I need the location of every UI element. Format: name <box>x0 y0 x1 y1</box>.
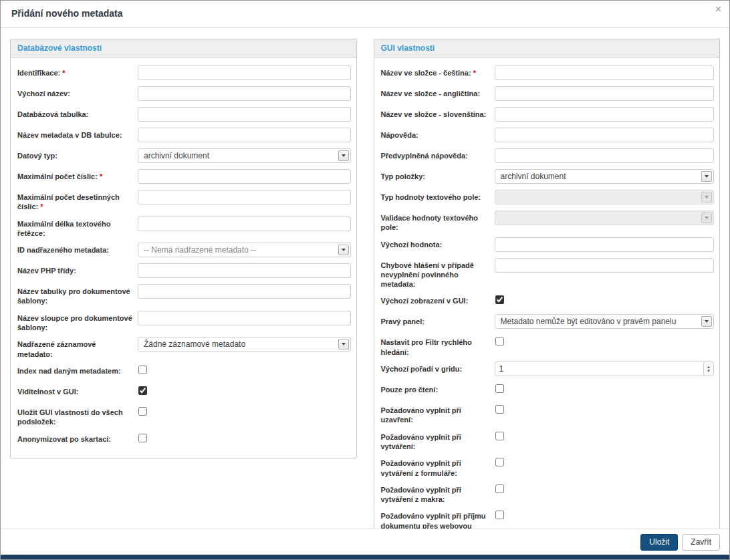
modal-title: Přidání nového metadata <box>11 8 719 19</box>
field-control <box>495 382 715 398</box>
field-label-text: Pravý panel: <box>381 317 424 325</box>
field-label-text: Výchozí název: <box>17 90 70 98</box>
spinner-down-icon[interactable]: ▾ <box>707 369 710 373</box>
nazev-ve-slozce-cestina-input[interactable] <box>495 65 715 80</box>
vychozi-hodnota-input[interactable] <box>495 237 715 252</box>
field-row-maximalni-delka-textoveho-retezce: Maximální délka textového řetězce: <box>16 217 351 239</box>
maximalni-delka-textoveho-retezce-input[interactable] <box>138 217 351 231</box>
nazev-ve-slozce-cestina-label: Název ve složce - čeština: * <box>380 65 495 82</box>
id-nadrazeneho-metadata-select[interactable]: -- Nemá nadřazené metadato -- <box>138 243 351 257</box>
chevron-down-icon <box>338 339 349 349</box>
nadrazene-zaznamove-metadato-label: Nadřazené záznamové metadato: <box>16 337 138 359</box>
pouze-pro-cteni-checkbox[interactable] <box>495 384 504 393</box>
field-row-ulozit-gui-vlastnosti-do-vsech-podslozek: Uložit GUI vlastnosti do všech podsložek… <box>16 405 351 427</box>
pravy-panel-label: Pravý panel: <box>380 314 495 330</box>
field-label-text: Nápověda: <box>381 131 418 139</box>
field-row-nazev-metadata-v-db-tabulce: Název metadata v DB tabulce: <box>16 128 351 144</box>
field-control <box>495 107 715 123</box>
vychozi-nazev-input[interactable] <box>138 86 351 101</box>
field-control <box>495 237 715 253</box>
field-label-text: Databázová tabulka: <box>17 110 88 118</box>
identifikace-input[interactable] <box>138 65 351 80</box>
vychozi-poradi-v-gridu-input[interactable] <box>495 362 715 376</box>
vychozi-poradi-v-gridu-stepper: ▴▾ <box>495 362 715 376</box>
field-control <box>138 384 351 400</box>
maximalni-pocet-cislic-label: Maximální počet číslic: * <box>16 169 138 185</box>
field-control <box>495 65 715 82</box>
select-value: archivní dokument <box>495 172 702 181</box>
vychozi-hodnota-label: Výchozí hodnota: <box>380 237 495 253</box>
nazev-php-tridy-input[interactable] <box>138 263 351 278</box>
field-label-text: Validace hodnoty textového pole: <box>381 214 478 231</box>
field-control: -- Nemá nadřazené metadato -- <box>138 243 351 259</box>
viditelnost-v-gui-checkbox[interactable] <box>138 386 147 395</box>
typ-polozky-label: Typ položky: <box>380 169 495 185</box>
select-value: archivní dokument <box>138 151 338 160</box>
field-row-chybove-hlaseni: Chybové hlášení v případě nevyplnění pov… <box>380 258 715 289</box>
anonymizovat-po-skartaci-checkbox[interactable] <box>138 434 147 442</box>
index-nad-danym-metadatem-checkbox[interactable] <box>138 366 147 374</box>
field-row-nazev-sloupce-pro-dokumentove-sablony: Název sloupce pro dokumentové šablony: <box>16 311 351 333</box>
field-label-text: Název sloupce pro dokumentové šablony: <box>17 314 132 331</box>
caret-shape <box>342 154 346 157</box>
pozadovano-vyplnit-pri-vytvareni-z-formulare-checkbox[interactable] <box>495 458 504 466</box>
field-row-identifikace: Identifikace: * <box>16 65 351 82</box>
caret-shape <box>705 320 709 323</box>
modal-footer: Uložit Zavřít <box>1 529 729 555</box>
databazova-tabulka-input[interactable] <box>138 107 351 122</box>
field-row-vychozi-hodnota: Výchozí hodnota: <box>380 237 715 253</box>
field-row-nastavit-pro-filtr-rychleho-hledani: Nastavit pro Filtr rychlého hledání: <box>380 335 715 357</box>
maximalni-pocet-cislic-input[interactable] <box>138 169 351 184</box>
modal-dialog: Přidání nového metadata × Databázové vla… <box>0 0 730 560</box>
close-button[interactable]: Zavřít <box>682 534 720 551</box>
maximalni-pocet-desetinnych-cislic-label: Maximální počet desetinných číslic: * <box>16 190 138 212</box>
field-row-vychozi-nazev: Výchozí název: <box>16 86 351 102</box>
required-asterisk: * <box>62 69 65 77</box>
field-label-text: Název ve složce - čeština: <box>381 69 471 77</box>
field-label-text: Anonymizovat po skartaci: <box>17 435 111 443</box>
field-row-nadrazene-zaznamove-metadato: Nadřazené záznamové metadato:Žádné zázna… <box>16 337 351 359</box>
field-label-text: Požadováno vyplnit při uzavření: <box>381 406 461 424</box>
ulozit-gui-vlastnosti-do-vsech-podslozek-checkbox[interactable] <box>138 407 147 416</box>
predvyplnena-napoveda-input[interactable] <box>495 148 715 163</box>
maximalni-delka-textoveho-retezce-label: Maximální délka textového řetězce: <box>16 217 138 239</box>
nastavit-pro-filtr-rychleho-hledani-label: Nastavit pro Filtr rychlého hledání: <box>380 335 495 357</box>
close-icon[interactable]: × <box>715 4 721 15</box>
panel-gui-properties: GUI vlastnosti Název ve složce - čeština… <box>374 39 721 560</box>
field-label-text: Maximální délka textového řetězce: <box>17 220 110 237</box>
nazev-metadata-v-db-tabulce-input[interactable] <box>138 128 351 142</box>
field-label-text: Název ve složce - slovenština: <box>381 110 487 118</box>
pozadovano-vyplnit-pri-uzavreni-checkbox[interactable] <box>495 405 504 414</box>
nazev-tabulky-pro-dokumentove-sablony-input[interactable] <box>138 284 351 299</box>
nazev-ve-slozce-slovenstina-input[interactable] <box>495 107 715 122</box>
maximalni-pocet-desetinnych-cislic-input[interactable] <box>138 190 351 204</box>
napoveda-input[interactable] <box>495 128 715 142</box>
nazev-ve-slozce-anglictina-input[interactable] <box>495 86 715 101</box>
nastavit-pro-filtr-rychleho-hledani-checkbox[interactable] <box>495 337 504 345</box>
field-row-predvyplnena-napoveda: Předvyplněná nápověda: <box>380 148 715 164</box>
modal-header: Přidání nového metadata × <box>1 1 729 28</box>
field-control <box>495 258 715 289</box>
pozadovano-vyplnit-pri-vytvareni-checkbox[interactable] <box>495 432 504 440</box>
nadrazene-zaznamove-metadato-select[interactable]: Žádné záznamové metadato <box>138 337 351 352</box>
save-button[interactable]: Uložit <box>640 534 678 551</box>
field-row-napoveda: Nápověda: <box>380 128 715 144</box>
vychozi-zobrazeni-v-gui-checkbox[interactable] <box>495 295 504 304</box>
nazev-sloupce-pro-dokumentove-sablony-input[interactable] <box>138 311 351 325</box>
required-asterisk: * <box>473 69 476 77</box>
field-label-text: Výchozí zobrazení v GUI: <box>381 297 469 305</box>
chybove-hlaseni-input[interactable] <box>495 258 715 273</box>
index-nad-danym-metadatem-label: Index nad daným metadatem: <box>16 364 138 380</box>
datovy-typ-select[interactable]: archivní dokument <box>138 148 351 163</box>
pozadovano-vyplnit-pri-prijmu-dokumentu-checkbox[interactable] <box>495 511 504 519</box>
field-control <box>495 128 715 144</box>
chybove-hlaseni-label: Chybové hlášení v případě nevyplnění pov… <box>380 258 495 289</box>
pravy-panel-select[interactable]: Metadato nemůže být editováno v pravém p… <box>495 314 715 329</box>
panel-title-gui: GUI vlastnosti <box>374 39 720 57</box>
pozadovano-vyplnit-pri-vytvareni-z-makra-checkbox[interactable] <box>495 484 504 493</box>
required-asterisk: * <box>40 202 43 211</box>
field-label-text: Typ položky: <box>381 172 425 180</box>
typ-polozky-select[interactable]: archivní dokument <box>495 169 715 184</box>
select-value: -- Nemá nadřazené metadato -- <box>138 245 338 255</box>
viditelnost-v-gui-label: Viditelnost v GUI: <box>16 384 138 400</box>
